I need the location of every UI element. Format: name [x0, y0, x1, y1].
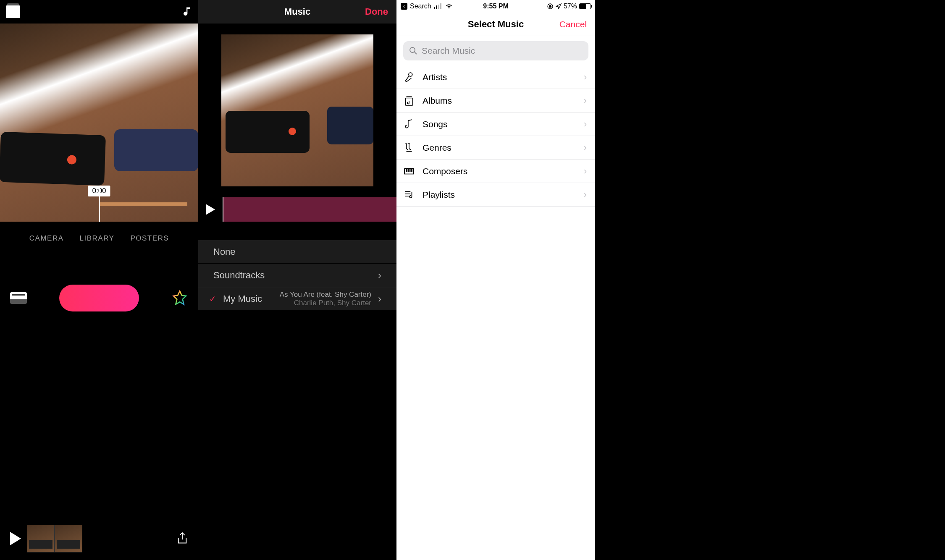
- svg-rect-1: [436, 5, 437, 9]
- guitar-icon: [403, 142, 415, 154]
- preview-content: [0, 132, 106, 186]
- record-controls: [0, 285, 198, 311]
- category-label: Composers: [423, 166, 467, 176]
- play-icon[interactable]: [10, 532, 21, 545]
- record-button[interactable]: [59, 285, 139, 311]
- clock: 9:55 PM: [483, 3, 508, 10]
- music-icon[interactable]: [181, 6, 192, 18]
- piano-icon: [403, 165, 415, 177]
- screen-title: Music: [284, 6, 310, 17]
- playlist-icon: [403, 189, 415, 201]
- search-icon: [409, 47, 417, 55]
- audio-track: [198, 197, 396, 222]
- location-icon: [556, 3, 562, 9]
- tab-camera[interactable]: CAMERA: [29, 234, 64, 243]
- category-playlists[interactable]: Playlists ›: [396, 183, 595, 207]
- svg-rect-3: [440, 3, 441, 9]
- search-placeholder: Search Music: [422, 46, 475, 56]
- chevron-right-icon: ›: [584, 95, 587, 106]
- back-to-app-label[interactable]: Search: [410, 3, 431, 10]
- selected-track: As You Are (feat. Shy Carter) Charlie Pu…: [280, 290, 371, 307]
- track-artist: Charlie Puth, Shy Carter: [280, 299, 371, 307]
- svg-rect-2: [438, 5, 439, 9]
- source-tabs: CAMERA LIBRARY POSTERS: [0, 222, 198, 255]
- chevron-right-icon: ›: [378, 293, 381, 305]
- chevron-right-icon: ›: [378, 270, 381, 281]
- category-albums[interactable]: Albums ›: [396, 89, 595, 113]
- video-preview[interactable]: 0:00: [0, 24, 198, 222]
- screen-title: Select Music: [468, 19, 524, 30]
- tab-library[interactable]: LIBRARY: [80, 234, 115, 243]
- select-music-screen: ‹ Search 9:55 PM 57% Select Music Cancel…: [396, 0, 595, 560]
- battery-percent: 57%: [564, 3, 577, 10]
- cancel-button[interactable]: Cancel: [559, 19, 587, 29]
- projects-icon[interactable]: [6, 5, 20, 18]
- option-label: None: [213, 246, 236, 257]
- option-label: My Music: [223, 293, 262, 304]
- clip-segment[interactable]: [99, 202, 187, 206]
- preview-content: [226, 111, 310, 153]
- category-artists[interactable]: Artists ›: [396, 65, 595, 89]
- option-label: Soundtracks: [213, 270, 265, 281]
- bottom-bar: [0, 525, 198, 552]
- category-label: Playlists: [423, 190, 455, 200]
- chevron-right-icon: ›: [584, 72, 587, 83]
- svg-point-5: [410, 47, 415, 52]
- category-list: Artists › Albums › Songs › Genres › Comp…: [396, 65, 595, 207]
- wifi-icon: [445, 3, 453, 9]
- chevron-right-icon: ›: [584, 119, 587, 130]
- microphone-icon: [403, 71, 415, 83]
- clip-thumbnails[interactable]: [27, 525, 82, 552]
- back-to-app-icon[interactable]: ‹: [401, 3, 407, 10]
- music-source-list: None Soundtracks › ✓ My Music As You Are…: [198, 240, 396, 311]
- svg-rect-0: [434, 7, 435, 9]
- category-composers[interactable]: Composers ›: [396, 160, 595, 183]
- done-button[interactable]: Done: [365, 6, 388, 17]
- captions-icon[interactable]: [10, 292, 27, 304]
- status-bar: ‹ Search 9:55 PM 57%: [396, 0, 595, 13]
- category-songs[interactable]: Songs ›: [396, 113, 595, 136]
- music-option-soundtracks[interactable]: Soundtracks ›: [198, 264, 396, 287]
- category-genres[interactable]: Genres ›: [396, 136, 595, 160]
- search-input[interactable]: Search Music: [403, 41, 588, 60]
- thumbnail[interactable]: [55, 525, 82, 552]
- top-bar: [0, 0, 198, 24]
- track-title: As You Are (feat. Shy Carter): [280, 290, 371, 299]
- category-label: Songs: [423, 119, 448, 129]
- cell-signal-icon: [434, 3, 442, 9]
- checkmark-icon: ✓: [209, 294, 216, 304]
- share-icon[interactable]: [176, 531, 188, 546]
- album-icon: [403, 95, 415, 107]
- video-preview[interactable]: [221, 34, 373, 186]
- audio-waveform[interactable]: [223, 197, 396, 222]
- chevron-right-icon: ›: [584, 142, 587, 153]
- music-option-my-music[interactable]: ✓ My Music As You Are (feat. Shy Carter)…: [198, 287, 396, 311]
- nav-bar: Music Done: [198, 0, 396, 24]
- play-icon[interactable]: [206, 204, 215, 215]
- music-picker-screen: Music Done None Soundtracks › ✓ My Music…: [198, 0, 396, 560]
- battery-icon: [579, 3, 591, 9]
- nav-bar: Select Music Cancel: [396, 13, 595, 36]
- note-icon: [403, 118, 415, 130]
- clips-editor-screen: 0:00 CAMERA LIBRARY POSTERS: [0, 0, 198, 560]
- chevron-right-icon: ›: [584, 166, 587, 177]
- thumbnail[interactable]: [27, 525, 55, 552]
- preview-content: [114, 129, 198, 171]
- category-label: Genres: [423, 143, 452, 153]
- preview-content: [327, 107, 373, 144]
- svg-point-6: [409, 73, 412, 76]
- tab-posters[interactable]: POSTERS: [130, 234, 169, 243]
- effects-star-icon[interactable]: [171, 290, 188, 306]
- category-label: Artists: [423, 72, 447, 82]
- chevron-right-icon: ›: [584, 189, 587, 200]
- orientation-lock-icon: [547, 3, 554, 10]
- category-label: Albums: [423, 96, 452, 106]
- music-option-none[interactable]: None: [198, 240, 396, 264]
- playhead[interactable]: [99, 187, 100, 222]
